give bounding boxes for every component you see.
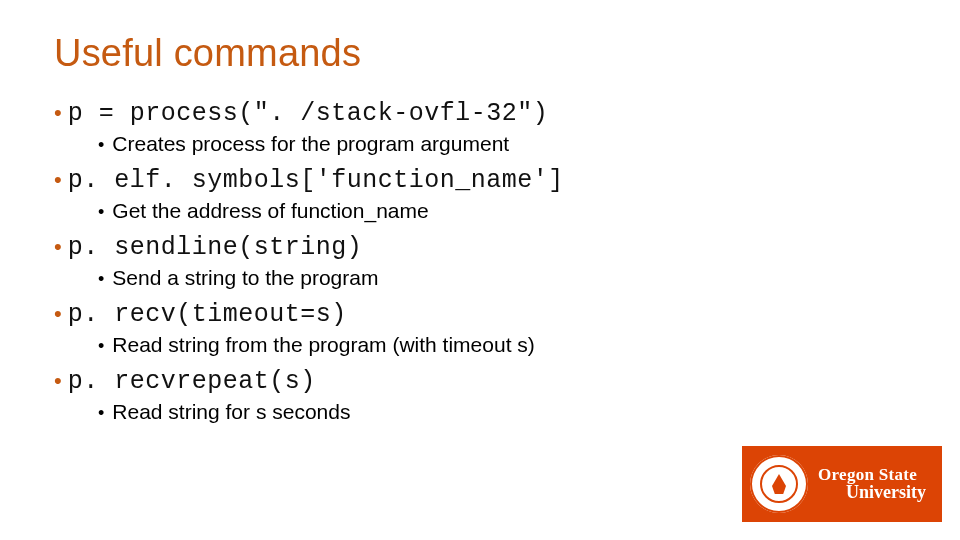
description-text: Read string from the program (with timeo…: [112, 333, 534, 357]
list-subitem: • Get the address of function_name: [98, 199, 906, 223]
command-text: p. sendline(string): [68, 233, 363, 262]
seal-inner-ring: [760, 465, 798, 503]
command-text: p. recv(timeout=s): [68, 300, 347, 329]
slide-title: Useful commands: [54, 32, 906, 75]
list-item: • p. sendline(string): [54, 233, 906, 262]
list-subitem: • Read string from the program (with tim…: [98, 333, 906, 357]
seal-icon: [750, 455, 808, 513]
list-subitem: • Creates process for the program argume…: [98, 132, 906, 156]
list-subitem: • Send a string to the program: [98, 266, 906, 290]
command-text: p = process(". /stack-ovfl-32"): [68, 99, 549, 128]
bullet-icon: •: [54, 102, 62, 124]
list-item: • p = process(". /stack-ovfl-32"): [54, 99, 906, 128]
bullet-icon: •: [54, 370, 62, 392]
logo-line1: Oregon State: [818, 466, 926, 484]
list-item: • p. elf. symbols['function_name']: [54, 166, 906, 195]
bullet-icon: •: [54, 236, 62, 258]
command-text: p. recvrepeat(s): [68, 367, 316, 396]
bullet-icon: •: [98, 404, 104, 422]
bullet-icon: •: [98, 136, 104, 154]
slide: Useful commands • p = process(". /stack-…: [0, 0, 960, 540]
logo-line2: University: [818, 483, 926, 502]
description-text: Send a string to the program: [112, 266, 378, 290]
bullet-icon: •: [98, 203, 104, 221]
seal-shield-icon: [772, 474, 786, 494]
bullet-icon: •: [54, 303, 62, 325]
bullet-icon: •: [54, 169, 62, 191]
list-item: • p. recvrepeat(s): [54, 367, 906, 396]
description-text: Read string for s seconds: [112, 400, 350, 424]
bullet-icon: •: [98, 337, 104, 355]
description-text: Get the address of function_name: [112, 199, 428, 223]
command-text: p. elf. symbols['function_name']: [68, 166, 564, 195]
bullet-icon: •: [98, 270, 104, 288]
list-item: • p. recv(timeout=s): [54, 300, 906, 329]
university-logo: Oregon State University: [742, 446, 942, 522]
description-text: Creates process for the program argument: [112, 132, 509, 156]
logo-text: Oregon State University: [818, 466, 926, 503]
content-list: • p = process(". /stack-ovfl-32") • Crea…: [54, 99, 906, 424]
list-subitem: • Read string for s seconds: [98, 400, 906, 424]
